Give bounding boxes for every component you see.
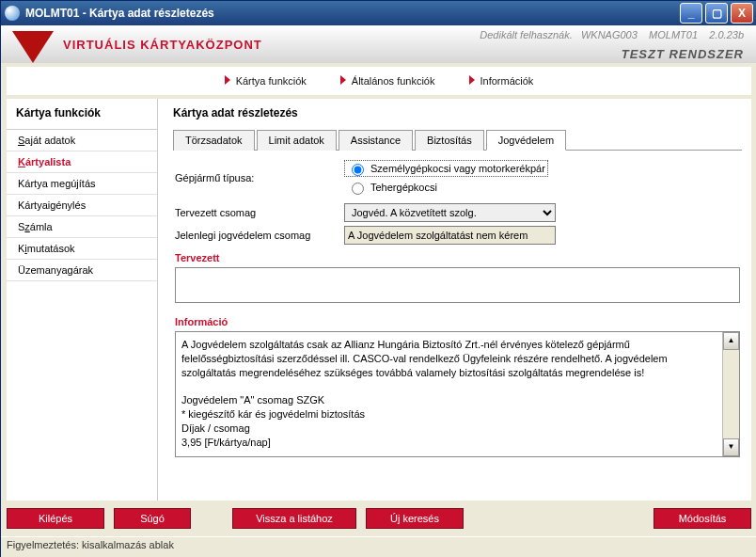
- content-area: Kártya adat részletezés Törzsadatok Limi…: [158, 99, 751, 501]
- user-label: Dedikált felhasznák.: [480, 29, 572, 40]
- back-button[interactable]: Vissza a listához: [232, 508, 356, 529]
- planned-select[interactable]: Jogvéd. A közvetített szolg.: [344, 203, 556, 222]
- info-box: A Jogvédelem szolgáltatás csak az Allian…: [175, 331, 740, 457]
- info-p2: Jogvédelem "A" csomag SZGK: [181, 393, 713, 407]
- page-title: Kártya adat részletezés: [173, 106, 742, 119]
- close-button[interactable]: X: [731, 3, 753, 24]
- triangle-icon: [225, 75, 230, 85]
- sidebar-item-reports[interactable]: Kimutatások: [7, 238, 157, 260]
- nav-item-card[interactable]: Kártya funkciók: [225, 75, 307, 87]
- logo-icon: [12, 31, 54, 63]
- planned-section: Tervezett: [175, 252, 740, 263]
- current-label: Jelenlegi jogvédelem csomag: [175, 230, 344, 241]
- radio-truck[interactable]: Tehergépkocsi: [344, 179, 548, 196]
- app-code: MOLMT01: [649, 29, 698, 40]
- vehicle-type-label: Gépjármű típusa:: [175, 172, 344, 183]
- system-label: TESZT RENDSZER: [622, 47, 744, 61]
- radio-passenger[interactable]: Személygépkocsi vagy motorkerékpár: [344, 160, 548, 177]
- top-nav: Kártya funkciók Általános funkciók Infor…: [7, 67, 751, 95]
- tab-limit[interactable]: Limit adatok: [257, 130, 337, 151]
- planned-label: Tervezett csomag: [175, 207, 344, 218]
- current-value: [344, 226, 556, 245]
- modify-button[interactable]: Módosítás: [654, 508, 751, 529]
- triangle-icon: [340, 75, 346, 85]
- triangle-icon: [469, 75, 475, 85]
- brand-label: VIRTUÁLIS KÁRTYAKÖZPONT: [63, 38, 262, 52]
- tab-master[interactable]: Törzsadatok: [173, 130, 255, 151]
- help-button[interactable]: Súgó: [114, 508, 191, 529]
- info-text: A Jogvédelem szolgáltatás csak az Allian…: [181, 338, 713, 380]
- sidebar-item-request[interactable]: Kártyaigénylés: [7, 195, 157, 216]
- scroll-up-icon[interactable]: ▲: [723, 332, 739, 350]
- tabs: Törzsadatok Limit adatok Assistance Bizt…: [173, 129, 742, 151]
- info-p4: Díjak / csomag: [181, 422, 713, 436]
- info-p3: * kiegészítő kár és jogvédelmi biztosítá…: [181, 407, 713, 422]
- app-version: 2.0.23b: [709, 29, 744, 40]
- info-p5: 3,95 [Ft/kártya/nap]: [181, 436, 713, 450]
- new-search-button[interactable]: Új keresés: [366, 508, 464, 529]
- sidebar-item-card-list[interactable]: Kártyalista: [7, 151, 157, 173]
- sidebar-title: Kártya funkciók: [7, 99, 157, 130]
- titlebar: MOLMT01 - Kártya adat részletezés _ ▢ X: [1, 1, 756, 25]
- radio-passenger-input[interactable]: [352, 164, 364, 176]
- sidebar-item-own-data[interactable]: Saját adatok: [7, 130, 157, 151]
- button-bar: Kilépés Súgó Vissza a listához Új keresé…: [1, 501, 756, 536]
- nav-item-general[interactable]: Általános funkciók: [340, 75, 435, 87]
- planned-box: [175, 267, 740, 303]
- app-icon: [5, 6, 20, 21]
- form: Gépjármű típusa: Személygépkocsi vagy mo…: [173, 151, 742, 457]
- nav-item-info[interactable]: Információk: [469, 75, 534, 87]
- scrollbar[interactable]: ▲ ▼: [722, 332, 739, 456]
- minimize-button[interactable]: _: [680, 3, 702, 24]
- tab-assistance[interactable]: Assistance: [339, 130, 413, 151]
- radio-truck-input[interactable]: [352, 183, 364, 195]
- sidebar: Kártya funkciók Saját adatok Kártyalista…: [7, 99, 158, 501]
- sidebar-item-fuel[interactable]: Üzemanyagárak: [7, 260, 157, 281]
- window-title: MOLMT01 - Kártya adat részletezés: [25, 7, 677, 20]
- info-section: Információ: [175, 316, 740, 327]
- scroll-down-icon[interactable]: ▼: [723, 438, 739, 456]
- sidebar-item-invoice[interactable]: Számla: [7, 216, 157, 238]
- maximize-button[interactable]: ▢: [705, 3, 728, 24]
- banner: VIRTUÁLIS KÁRTYAKÖZPONT Dedikált felhasz…: [1, 25, 756, 63]
- exit-button[interactable]: Kilépés: [7, 508, 104, 529]
- app-window: MOLMT01 - Kártya adat részletezés _ ▢ X …: [0, 0, 756, 557]
- scroll-track[interactable]: [723, 350, 739, 438]
- status-bar: Figyelmeztetés: kisalkalmazás ablak: [1, 536, 756, 557]
- sidebar-item-renew[interactable]: Kártya megújítás: [7, 173, 157, 195]
- tab-legal[interactable]: Jogvédelem: [486, 130, 566, 151]
- tab-insurance[interactable]: Biztosítás: [415, 130, 484, 151]
- user-id: WKNAG003: [581, 29, 638, 40]
- banner-meta: Dedikált felhasznák. WKNAG003 MOLMT01 2.…: [480, 29, 744, 40]
